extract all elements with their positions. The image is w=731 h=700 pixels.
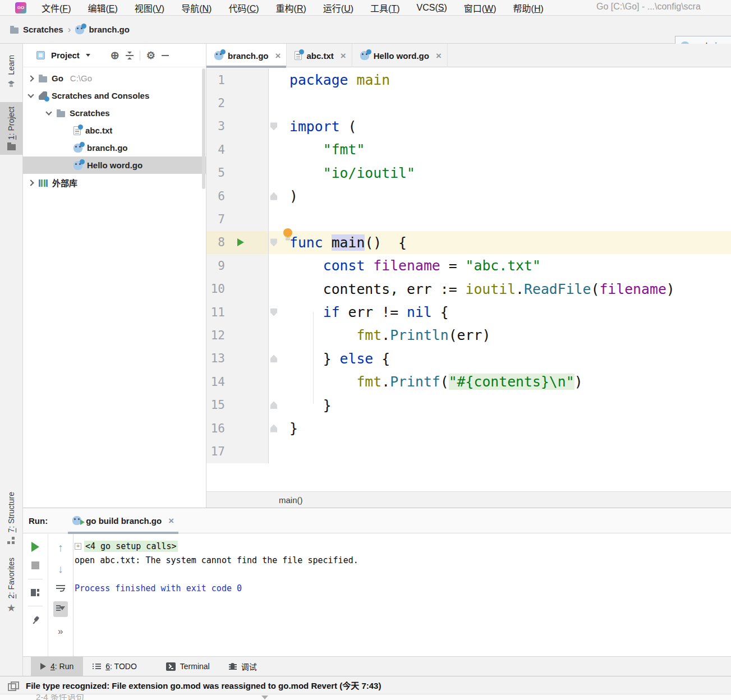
code-line-10[interactable]: 10 contents, err := ioutil.ReadFile(file… bbox=[206, 278, 731, 301]
chevron-down-icon[interactable] bbox=[45, 109, 52, 115]
tree-item--[interactable]: 外部库 bbox=[23, 174, 206, 191]
up-stack-trace-icon[interactable] bbox=[58, 542, 63, 554]
menu-bar: GO 文件(F)编辑(E)视图(V)导航(N)代码(C)重构(R)运行(U)工具… bbox=[0, 0, 731, 16]
stripe-item-learn[interactable]: Learn bbox=[0, 50, 22, 92]
menu-item-H[interactable]: 帮助(H) bbox=[505, 1, 552, 15]
tree-item-scratches[interactable]: Scratches bbox=[23, 104, 206, 122]
expand-icon[interactable] bbox=[75, 543, 81, 550]
run-tab[interactable]: go build branch.go bbox=[68, 508, 178, 533]
chevron-down-icon[interactable] bbox=[27, 91, 34, 98]
background-window-strip: 2-4 条件语句 bbox=[0, 694, 731, 700]
menu-item-R[interactable]: 重构(R) bbox=[268, 1, 315, 15]
code-line-5[interactable]: 5 "io/ioutil" bbox=[206, 162, 731, 185]
code-line-17[interactable]: 17 bbox=[206, 440, 731, 463]
tree-item-label: 外部库 bbox=[52, 177, 77, 188]
close-icon[interactable] bbox=[341, 51, 346, 61]
stripe-item-project[interactable]: 1: Project bbox=[0, 102, 22, 155]
code-line-1[interactable]: 1package main bbox=[206, 68, 731, 91]
close-icon[interactable] bbox=[168, 516, 174, 526]
menu-item-F[interactable]: 文件(F) bbox=[33, 1, 79, 15]
tree-item-abc-txt[interactable]: abc.txt bbox=[23, 122, 206, 139]
code-line-3[interactable]: 3import ( bbox=[206, 115, 731, 138]
menu-item-S[interactable]: VCS(S) bbox=[408, 3, 456, 13]
code-text: fmt.Println(err) bbox=[279, 324, 731, 347]
stripe-item-favorites[interactable]: 2: Favorites bbox=[0, 553, 22, 618]
tree-item-scratches-and-consoles[interactable]: Scratches and Consoles bbox=[23, 87, 206, 104]
run-line-icon[interactable] bbox=[237, 238, 244, 246]
collapse-all-icon[interactable] bbox=[126, 52, 134, 59]
fold-up-icon[interactable] bbox=[270, 425, 277, 432]
code-line-4[interactable]: 4 "fmt" bbox=[206, 138, 731, 161]
menu-item-U[interactable]: 运行(U) bbox=[315, 1, 362, 15]
menu-item-T[interactable]: 工具(T) bbox=[362, 1, 408, 15]
fold-down-icon[interactable] bbox=[270, 122, 277, 130]
event-log-icon[interactable] bbox=[8, 681, 17, 689]
fold-up-icon[interactable] bbox=[270, 354, 277, 362]
rerun-icon[interactable] bbox=[31, 542, 39, 552]
code-line-2[interactable]: 2 bbox=[206, 91, 731, 114]
chevron-right-icon[interactable] bbox=[27, 75, 34, 81]
text-file-icon bbox=[73, 126, 81, 135]
breadcrumb-item[interactable]: branch.go bbox=[75, 25, 130, 34]
stop-icon[interactable] bbox=[31, 561, 39, 569]
tree-item-hello-word-go[interactable]: Hello word.go bbox=[23, 156, 206, 174]
folder-icon bbox=[57, 111, 65, 117]
code-line-9[interactable]: 9 const filename = "abc.txt" bbox=[206, 254, 731, 277]
fold-down-icon[interactable] bbox=[270, 238, 277, 246]
soft-wrap-icon[interactable] bbox=[56, 584, 65, 592]
restore-layout-icon[interactable] bbox=[31, 589, 39, 596]
code-line-15[interactable]: 15 } bbox=[206, 393, 731, 416]
close-icon[interactable] bbox=[275, 51, 281, 61]
editor-tab-abc-txt[interactable]: abc.txt bbox=[287, 44, 352, 67]
gear-icon[interactable] bbox=[146, 50, 155, 61]
fold-down-icon[interactable] bbox=[270, 308, 277, 316]
project-panel-title[interactable]: Project bbox=[51, 50, 80, 60]
fold-gutter bbox=[268, 278, 279, 301]
line-number: 2 bbox=[206, 96, 225, 110]
code-line-11[interactable]: 11 if err != nil { bbox=[206, 301, 731, 324]
menu-item-E[interactable]: 编辑(E) bbox=[79, 1, 126, 15]
editor-gutter: 5 bbox=[206, 162, 268, 185]
close-icon[interactable] bbox=[436, 51, 442, 61]
fold-up-icon[interactable] bbox=[270, 192, 277, 200]
code-line-13[interactable]: 13 } else { bbox=[206, 347, 731, 370]
intention-bulb-icon[interactable] bbox=[283, 228, 292, 237]
editor-gutter: 6 bbox=[206, 185, 268, 208]
code-line-14[interactable]: 14 fmt.Printf("#{contents}\n") bbox=[206, 370, 731, 393]
run-console[interactable]: <4 go setup calls>open abc.txt: The syst… bbox=[73, 534, 731, 656]
stripe-item-structure[interactable]: 7: Structure bbox=[0, 487, 22, 549]
menu-item-N[interactable]: 导航(N) bbox=[173, 1, 220, 15]
code-line-16[interactable]: 16} bbox=[206, 417, 731, 440]
tree-item-branch-go[interactable]: branch.go bbox=[23, 139, 206, 156]
menu-item-W[interactable]: 窗口(W) bbox=[456, 1, 505, 15]
locate-file-icon[interactable] bbox=[111, 50, 119, 61]
more-actions-icon[interactable] bbox=[58, 627, 63, 637]
editor-tab-bar: branch.goabc.txtHello word.go bbox=[206, 44, 731, 67]
chevron-right-icon[interactable] bbox=[27, 179, 34, 186]
breadcrumb-item[interactable]: Scratches bbox=[10, 25, 63, 34]
code-line-12[interactable]: 12 fmt.Println(err) bbox=[206, 324, 731, 347]
tool-window-button-terminal[interactable]: Terminal bbox=[157, 657, 219, 676]
project-panel-scrollbar[interactable] bbox=[202, 68, 205, 189]
menu-item-C[interactable]: 代码(C) bbox=[220, 1, 267, 15]
code-line-7[interactable]: 7 bbox=[206, 208, 731, 231]
status-message[interactable]: File type recognized: File extension go.… bbox=[26, 679, 381, 691]
editor-tab-branch-go[interactable]: branch.go bbox=[206, 44, 287, 67]
tool-window-button-run[interactable]: 4: Run bbox=[31, 657, 83, 676]
code-editor[interactable]: 1package main23import (4 "fmt"5 "io/iout… bbox=[206, 67, 731, 491]
status-bar: File type recognized: File extension go.… bbox=[0, 676, 731, 694]
hide-panel-icon[interactable] bbox=[162, 55, 169, 56]
fold-gutter bbox=[268, 231, 279, 254]
editor-breadcrumb[interactable]: main() bbox=[279, 495, 303, 505]
code-line-6[interactable]: 6) bbox=[206, 185, 731, 208]
tool-window-button-todo[interactable]: 6: TODO bbox=[83, 657, 146, 676]
down-stack-trace-icon[interactable] bbox=[58, 563, 63, 575]
tree-item-go[interactable]: GoC:\Go bbox=[23, 70, 206, 87]
menu-item-V[interactable]: 视图(V) bbox=[126, 1, 173, 15]
tool-window-button-调试[interactable]: 调试 bbox=[219, 657, 266, 676]
editor-tab-hello-word-go[interactable]: Hello word.go bbox=[352, 44, 448, 67]
chevron-down-icon[interactable] bbox=[86, 54, 90, 57]
fold-up-icon[interactable] bbox=[270, 401, 277, 409]
pin-tab-icon[interactable] bbox=[29, 614, 41, 626]
scroll-to-end-selected[interactable] bbox=[53, 601, 68, 617]
